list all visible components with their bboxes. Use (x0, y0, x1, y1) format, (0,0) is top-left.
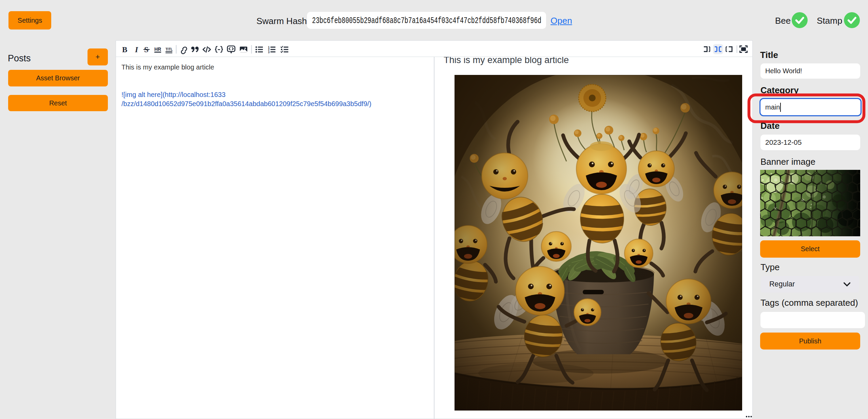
svg-text:3: 3 (268, 51, 270, 54)
svg-text:B: B (122, 45, 127, 54)
svg-text:HR: HR (154, 46, 161, 52)
svg-text:I: I (135, 45, 138, 54)
svg-text:23bc6feb80055b29adf68a8c7b7a16: 23bc6feb80055b29adf68a8c7b7a16a454f03c4f… (312, 16, 541, 26)
svg-text:TITL: TITL (166, 47, 173, 51)
